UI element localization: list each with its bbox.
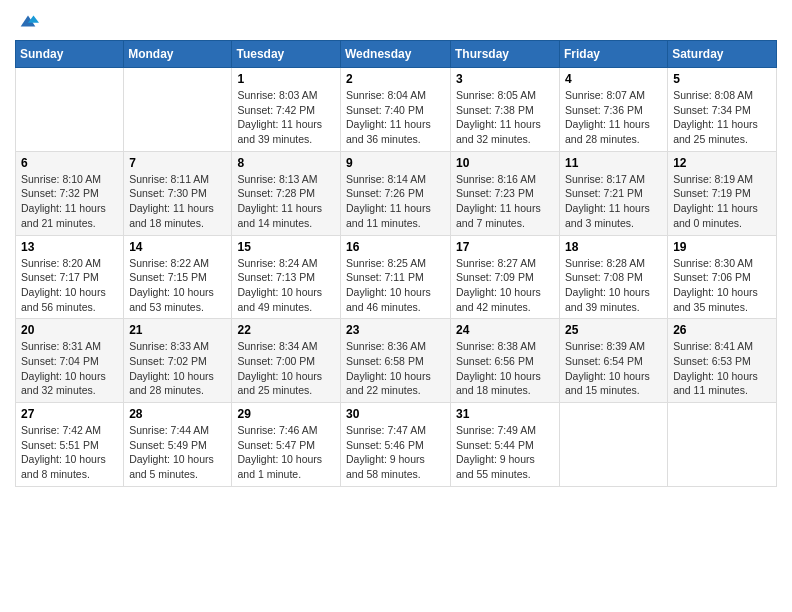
calendar-cell: 15Sunrise: 8:24 AM Sunset: 7:13 PM Dayli… — [232, 235, 341, 319]
day-number: 30 — [346, 407, 445, 421]
calendar-week-4: 20Sunrise: 8:31 AM Sunset: 7:04 PM Dayli… — [16, 319, 777, 403]
calendar-cell: 14Sunrise: 8:22 AM Sunset: 7:15 PM Dayli… — [124, 235, 232, 319]
day-info: Sunrise: 8:16 AM Sunset: 7:23 PM Dayligh… — [456, 172, 554, 231]
day-info: Sunrise: 7:42 AM Sunset: 5:51 PM Dayligh… — [21, 423, 118, 482]
day-number: 14 — [129, 240, 226, 254]
day-number: 7 — [129, 156, 226, 170]
calendar-cell: 18Sunrise: 8:28 AM Sunset: 7:08 PM Dayli… — [560, 235, 668, 319]
day-info: Sunrise: 8:17 AM Sunset: 7:21 PM Dayligh… — [565, 172, 662, 231]
calendar-cell: 8Sunrise: 8:13 AM Sunset: 7:28 PM Daylig… — [232, 151, 341, 235]
day-number: 25 — [565, 323, 662, 337]
day-number: 2 — [346, 72, 445, 86]
day-info: Sunrise: 8:20 AM Sunset: 7:17 PM Dayligh… — [21, 256, 118, 315]
calendar-week-5: 27Sunrise: 7:42 AM Sunset: 5:51 PM Dayli… — [16, 403, 777, 487]
day-number: 18 — [565, 240, 662, 254]
calendar-header: SundayMondayTuesdayWednesdayThursdayFrid… — [16, 41, 777, 68]
calendar-cell: 29Sunrise: 7:46 AM Sunset: 5:47 PM Dayli… — [232, 403, 341, 487]
logo — [15, 10, 39, 32]
day-info: Sunrise: 8:14 AM Sunset: 7:26 PM Dayligh… — [346, 172, 445, 231]
calendar-cell — [560, 403, 668, 487]
day-info: Sunrise: 8:03 AM Sunset: 7:42 PM Dayligh… — [237, 88, 335, 147]
day-info: Sunrise: 8:33 AM Sunset: 7:02 PM Dayligh… — [129, 339, 226, 398]
day-info: Sunrise: 8:07 AM Sunset: 7:36 PM Dayligh… — [565, 88, 662, 147]
calendar-cell: 20Sunrise: 8:31 AM Sunset: 7:04 PM Dayli… — [16, 319, 124, 403]
weekday-header-monday: Monday — [124, 41, 232, 68]
weekday-header-saturday: Saturday — [668, 41, 777, 68]
calendar-week-1: 1Sunrise: 8:03 AM Sunset: 7:42 PM Daylig… — [16, 68, 777, 152]
day-info: Sunrise: 8:08 AM Sunset: 7:34 PM Dayligh… — [673, 88, 771, 147]
calendar-cell: 4Sunrise: 8:07 AM Sunset: 7:36 PM Daylig… — [560, 68, 668, 152]
calendar-cell — [668, 403, 777, 487]
day-info: Sunrise: 8:27 AM Sunset: 7:09 PM Dayligh… — [456, 256, 554, 315]
calendar-cell: 10Sunrise: 8:16 AM Sunset: 7:23 PM Dayli… — [451, 151, 560, 235]
day-info: Sunrise: 7:46 AM Sunset: 5:47 PM Dayligh… — [237, 423, 335, 482]
calendar-cell: 13Sunrise: 8:20 AM Sunset: 7:17 PM Dayli… — [16, 235, 124, 319]
day-number: 20 — [21, 323, 118, 337]
day-info: Sunrise: 8:39 AM Sunset: 6:54 PM Dayligh… — [565, 339, 662, 398]
calendar-cell: 12Sunrise: 8:19 AM Sunset: 7:19 PM Dayli… — [668, 151, 777, 235]
day-info: Sunrise: 8:22 AM Sunset: 7:15 PM Dayligh… — [129, 256, 226, 315]
day-info: Sunrise: 8:19 AM Sunset: 7:19 PM Dayligh… — [673, 172, 771, 231]
calendar-cell: 30Sunrise: 7:47 AM Sunset: 5:46 PM Dayli… — [341, 403, 451, 487]
calendar-cell: 27Sunrise: 7:42 AM Sunset: 5:51 PM Dayli… — [16, 403, 124, 487]
day-number: 29 — [237, 407, 335, 421]
calendar-cell: 31Sunrise: 7:49 AM Sunset: 5:44 PM Dayli… — [451, 403, 560, 487]
day-number: 10 — [456, 156, 554, 170]
day-info: Sunrise: 8:28 AM Sunset: 7:08 PM Dayligh… — [565, 256, 662, 315]
calendar-cell: 9Sunrise: 8:14 AM Sunset: 7:26 PM Daylig… — [341, 151, 451, 235]
day-number: 31 — [456, 407, 554, 421]
day-number: 1 — [237, 72, 335, 86]
day-info: Sunrise: 7:47 AM Sunset: 5:46 PM Dayligh… — [346, 423, 445, 482]
day-info: Sunrise: 8:30 AM Sunset: 7:06 PM Dayligh… — [673, 256, 771, 315]
weekday-header-tuesday: Tuesday — [232, 41, 341, 68]
day-number: 15 — [237, 240, 335, 254]
day-number: 9 — [346, 156, 445, 170]
day-number: 11 — [565, 156, 662, 170]
day-number: 22 — [237, 323, 335, 337]
calendar-cell: 21Sunrise: 8:33 AM Sunset: 7:02 PM Dayli… — [124, 319, 232, 403]
calendar-cell: 23Sunrise: 8:36 AM Sunset: 6:58 PM Dayli… — [341, 319, 451, 403]
weekday-header-thursday: Thursday — [451, 41, 560, 68]
calendar-cell: 7Sunrise: 8:11 AM Sunset: 7:30 PM Daylig… — [124, 151, 232, 235]
day-info: Sunrise: 8:05 AM Sunset: 7:38 PM Dayligh… — [456, 88, 554, 147]
calendar-cell: 2Sunrise: 8:04 AM Sunset: 7:40 PM Daylig… — [341, 68, 451, 152]
day-number: 17 — [456, 240, 554, 254]
day-number: 24 — [456, 323, 554, 337]
day-info: Sunrise: 8:34 AM Sunset: 7:00 PM Dayligh… — [237, 339, 335, 398]
calendar-week-3: 13Sunrise: 8:20 AM Sunset: 7:17 PM Dayli… — [16, 235, 777, 319]
day-info: Sunrise: 7:44 AM Sunset: 5:49 PM Dayligh… — [129, 423, 226, 482]
day-number: 21 — [129, 323, 226, 337]
weekday-header-friday: Friday — [560, 41, 668, 68]
calendar-cell: 1Sunrise: 8:03 AM Sunset: 7:42 PM Daylig… — [232, 68, 341, 152]
day-number: 27 — [21, 407, 118, 421]
day-number: 23 — [346, 323, 445, 337]
calendar-cell: 19Sunrise: 8:30 AM Sunset: 7:06 PM Dayli… — [668, 235, 777, 319]
calendar-cell: 5Sunrise: 8:08 AM Sunset: 7:34 PM Daylig… — [668, 68, 777, 152]
day-number: 26 — [673, 323, 771, 337]
calendar-body: 1Sunrise: 8:03 AM Sunset: 7:42 PM Daylig… — [16, 68, 777, 487]
day-number: 16 — [346, 240, 445, 254]
calendar-cell: 17Sunrise: 8:27 AM Sunset: 7:09 PM Dayli… — [451, 235, 560, 319]
day-number: 19 — [673, 240, 771, 254]
calendar-week-2: 6Sunrise: 8:10 AM Sunset: 7:32 PM Daylig… — [16, 151, 777, 235]
calendar-cell: 28Sunrise: 7:44 AM Sunset: 5:49 PM Dayli… — [124, 403, 232, 487]
calendar-cell: 24Sunrise: 8:38 AM Sunset: 6:56 PM Dayli… — [451, 319, 560, 403]
day-number: 8 — [237, 156, 335, 170]
day-info: Sunrise: 8:41 AM Sunset: 6:53 PM Dayligh… — [673, 339, 771, 398]
day-number: 3 — [456, 72, 554, 86]
day-info: Sunrise: 8:24 AM Sunset: 7:13 PM Dayligh… — [237, 256, 335, 315]
day-info: Sunrise: 8:11 AM Sunset: 7:30 PM Dayligh… — [129, 172, 226, 231]
weekday-header-wednesday: Wednesday — [341, 41, 451, 68]
calendar-cell: 25Sunrise: 8:39 AM Sunset: 6:54 PM Dayli… — [560, 319, 668, 403]
calendar-cell: 6Sunrise: 8:10 AM Sunset: 7:32 PM Daylig… — [16, 151, 124, 235]
calendar-cell — [16, 68, 124, 152]
day-info: Sunrise: 8:36 AM Sunset: 6:58 PM Dayligh… — [346, 339, 445, 398]
day-info: Sunrise: 8:04 AM Sunset: 7:40 PM Dayligh… — [346, 88, 445, 147]
page-header — [15, 10, 777, 32]
day-number: 13 — [21, 240, 118, 254]
logo-icon — [17, 10, 39, 32]
day-info: Sunrise: 8:38 AM Sunset: 6:56 PM Dayligh… — [456, 339, 554, 398]
day-number: 5 — [673, 72, 771, 86]
day-info: Sunrise: 8:25 AM Sunset: 7:11 PM Dayligh… — [346, 256, 445, 315]
day-info: Sunrise: 7:49 AM Sunset: 5:44 PM Dayligh… — [456, 423, 554, 482]
